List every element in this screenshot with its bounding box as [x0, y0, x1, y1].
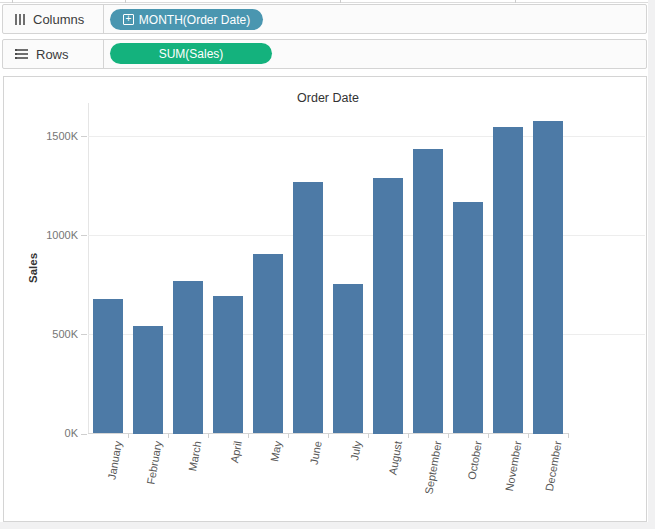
x-axis-label-february[interactable]: February	[144, 440, 163, 485]
x-axis-tick	[408, 434, 409, 438]
x-axis-label-july[interactable]: July	[349, 440, 364, 461]
x-axis-tick	[288, 434, 289, 438]
rows-shelf-label-cell: Rows	[3, 40, 104, 68]
x-axis-label-august[interactable]: August	[386, 440, 404, 476]
x-axis-tick	[368, 434, 369, 438]
y-axis-tick	[81, 136, 87, 137]
x-axis-label-june[interactable]: June	[308, 440, 324, 466]
worksheet-view: Order Date Sales 0K500K1000K1500KJanuary…	[3, 76, 647, 522]
x-axis-label-january[interactable]: January	[105, 440, 124, 481]
columns-shelf-label: Columns	[33, 12, 84, 27]
x-axis-label-may[interactable]: May	[268, 440, 283, 463]
chart-title: Order Date	[88, 91, 568, 105]
bar-march[interactable]	[173, 281, 203, 434]
x-axis-tick	[488, 434, 489, 438]
x-axis-tick	[448, 434, 449, 438]
rows-shelf-label: Rows	[36, 47, 69, 62]
y-axis-tick-label-0k: 0K	[4, 427, 78, 439]
rows-icon	[15, 49, 28, 59]
y-axis-title[interactable]: Sales	[27, 253, 39, 283]
bar-may[interactable]	[253, 254, 283, 433]
tableau-worksheet-window: Columns + MONTH(Order Date) Rows SUM(Sal…	[0, 0, 655, 529]
bar-september[interactable]	[413, 149, 443, 433]
month-order-date-pill[interactable]: + MONTH(Order Date)	[110, 9, 263, 30]
bar-june[interactable]	[293, 182, 323, 434]
window-top-divider	[0, 2, 650, 3]
window-chrome-tick	[125, 0, 126, 3]
sum-sales-pill[interactable]: SUM(Sales)	[110, 43, 272, 64]
window-chrome-tick	[515, 0, 516, 3]
columns-shelf[interactable]: Columns + MONTH(Order Date)	[2, 4, 647, 34]
x-axis-tick	[208, 434, 209, 438]
x-axis-label-april[interactable]: April	[228, 440, 244, 464]
columns-shelf-label-cell: Columns	[3, 5, 104, 33]
window-bottom-margin	[0, 522, 655, 529]
y-axis-tick-label-500k: 500K	[4, 328, 78, 340]
y-axis-tick	[81, 434, 87, 435]
window-chrome-tick	[12, 0, 13, 3]
x-axis-label-november[interactable]: November	[503, 440, 524, 492]
y-axis-tick	[81, 334, 87, 335]
rows-shelf[interactable]: Rows SUM(Sales)	[2, 39, 647, 69]
window-chrome-tick	[340, 0, 341, 3]
window-right-margin	[648, 0, 655, 529]
bar-december[interactable]	[533, 121, 563, 434]
x-axis-label-december[interactable]: December	[543, 440, 564, 492]
bar-february[interactable]	[133, 326, 163, 434]
x-axis-tick	[328, 434, 329, 438]
bar-april[interactable]	[213, 296, 243, 434]
expand-icon[interactable]: +	[123, 14, 134, 25]
x-axis-label-march[interactable]: March	[187, 440, 204, 472]
x-axis-label-september[interactable]: September	[423, 440, 444, 495]
bar-july[interactable]	[333, 284, 363, 434]
x-axis-tick	[128, 434, 129, 438]
columns-icon	[15, 14, 25, 25]
x-axis-tick	[168, 434, 169, 438]
x-axis-tick	[528, 434, 529, 438]
y-axis-tick-label-1000k: 1000K	[4, 229, 78, 241]
pill-label: SUM(Sales)	[159, 47, 224, 61]
y-axis-tick-label-1500k: 1500K	[4, 130, 78, 142]
bar-august[interactable]	[373, 178, 403, 434]
bar-january[interactable]	[93, 299, 123, 434]
pane-left-border	[88, 103, 89, 434]
x-axis-tick	[568, 434, 569, 438]
y-axis-tick	[81, 235, 87, 236]
bar-october[interactable]	[453, 202, 483, 434]
bar-november[interactable]	[493, 127, 523, 433]
pill-label: MONTH(Order Date)	[139, 13, 250, 27]
x-axis-tick	[248, 434, 249, 438]
x-axis-label-october[interactable]: October	[465, 440, 484, 481]
